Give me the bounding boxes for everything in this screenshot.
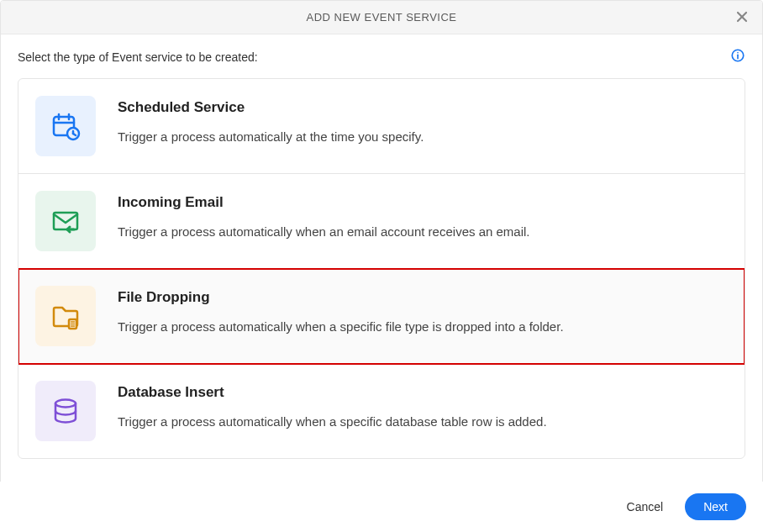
svg-point-18 <box>55 400 76 408</box>
option-desc: Trigger a process automatically at the t… <box>118 128 728 145</box>
option-database-insert[interactable]: Database Insert Trigger a process automa… <box>18 364 745 458</box>
options-list: Scheduled Service Trigger a process auto… <box>18 78 745 459</box>
dialog-title: ADD NEW EVENT SERVICE <box>306 11 456 24</box>
dialog-footer: Cancel Next <box>0 482 763 532</box>
option-file-dropping[interactable]: File Dropping Trigger a process automati… <box>18 269 745 364</box>
option-title: Database Insert <box>118 384 728 401</box>
dialog-header: ADD NEW EVENT SERVICE <box>1 1 762 34</box>
icon-box <box>35 96 96 156</box>
option-text: Incoming Email Trigger a process automat… <box>118 191 728 240</box>
folder-file-icon <box>49 299 82 333</box>
option-desc: Trigger a process automatically when a s… <box>118 318 728 335</box>
option-title: Scheduled Service <box>118 99 728 116</box>
close-icon <box>735 10 749 24</box>
icon-box <box>35 191 96 251</box>
cancel-button[interactable]: Cancel <box>622 493 669 520</box>
calendar-clock-icon <box>49 109 82 143</box>
option-text: Scheduled Service Trigger a process auto… <box>118 96 728 145</box>
option-desc: Trigger a process automatically when a s… <box>118 413 728 430</box>
prompt-text: Select the type of Event service to be c… <box>18 50 258 64</box>
icon-box <box>35 381 96 441</box>
option-text: File Dropping Trigger a process automati… <box>118 286 728 335</box>
svg-point-4 <box>737 52 739 54</box>
option-text: Database Insert Trigger a process automa… <box>118 381 728 430</box>
email-incoming-icon <box>49 204 82 238</box>
next-button[interactable]: Next <box>685 493 746 520</box>
option-incoming-email[interactable]: Incoming Email Trigger a process automat… <box>18 174 745 269</box>
icon-box <box>35 286 96 346</box>
option-scheduled-service[interactable]: Scheduled Service Trigger a process auto… <box>18 79 745 174</box>
option-desc: Trigger a process automatically when an … <box>118 223 728 240</box>
prompt-row: Select the type of Event service to be c… <box>18 48 745 66</box>
dialog-content: Select the type of Event service to be c… <box>1 34 762 459</box>
database-icon <box>49 394 82 428</box>
info-icon[interactable] <box>730 48 745 66</box>
option-title: File Dropping <box>118 289 728 306</box>
svg-rect-12 <box>54 213 77 229</box>
svg-line-11 <box>73 134 76 135</box>
close-button[interactable] <box>732 6 752 29</box>
option-title: Incoming Email <box>118 194 728 211</box>
